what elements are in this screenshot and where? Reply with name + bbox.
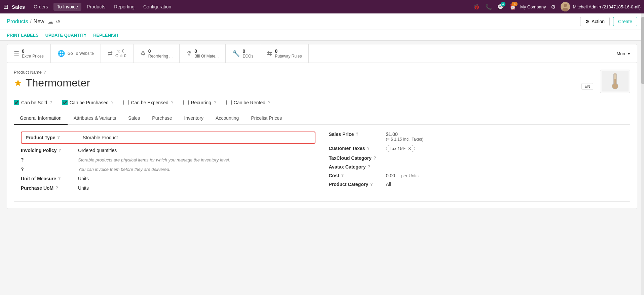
- product-name-help-icon[interactable]: ?: [44, 70, 46, 75]
- scrollbar-track: [641, 13, 644, 216]
- stat-reordering[interactable]: ♻ 0 Reordering ...: [134, 44, 180, 63]
- tab-inventory[interactable]: Inventory: [178, 112, 210, 125]
- breadcrumb: Products / New: [7, 19, 44, 25]
- brand-label[interactable]: Sales: [12, 4, 25, 10]
- sales-price-value[interactable]: $1.00: [386, 132, 424, 137]
- phone-icon[interactable]: 📞: [484, 2, 493, 11]
- product-form: Product Name ? ★ Thermometer EN: [7, 63, 637, 209]
- nav-orders[interactable]: Orders: [30, 3, 51, 11]
- tab-pricelist-prices[interactable]: Pricelist Prices: [245, 112, 288, 125]
- stat-extra-prices[interactable]: ☰ 0 Extra Prices: [7, 44, 51, 63]
- can-be-purchased-help-icon[interactable]: ?: [111, 100, 114, 105]
- nav-configuration[interactable]: Configuration: [140, 3, 175, 11]
- product-category-help-icon[interactable]: ?: [370, 182, 373, 187]
- product-name-label: Product Name ?: [14, 70, 600, 75]
- sales-price-label: Sales Price ?: [329, 132, 383, 137]
- stat-putaway[interactable]: ⇆ 0 Putaway Rules: [260, 44, 309, 63]
- recurring-checkbox[interactable]: [183, 100, 189, 105]
- cloud-icon[interactable]: ☁: [48, 19, 53, 25]
- can-be-expensed-checkbox[interactable]: [123, 100, 129, 105]
- breadcrumb-parent[interactable]: Products: [7, 19, 28, 25]
- action-button[interactable]: ⚙ Action: [580, 17, 610, 26]
- stat-extra-prices-text: 0 Extra Prices: [22, 48, 44, 59]
- checkbox-can-be-purchased: Can be Purchased ?: [62, 100, 114, 105]
- nav-products[interactable]: Products: [83, 3, 109, 11]
- note2-help-icon[interactable]: ?: [21, 167, 75, 172]
- product-name[interactable]: Thermometer: [26, 77, 90, 89]
- nav-reporting[interactable]: Reporting: [111, 3, 138, 11]
- taxcloud-help-icon[interactable]: ?: [374, 156, 376, 160]
- tax-badge-label: Tax 15%: [390, 146, 407, 151]
- can-be-sold-label: Can be Sold: [21, 100, 47, 105]
- customer-taxes-help-icon[interactable]: ?: [367, 146, 369, 151]
- stat-go-to-website[interactable]: 🌐 Go To Website: [51, 44, 101, 63]
- reorder-label: Reordering ...: [148, 54, 173, 59]
- avatax-label: Avatax Category ?: [329, 164, 383, 170]
- replenish-link[interactable]: REPLENISH: [93, 33, 118, 38]
- scrollbar-thumb[interactable]: [641, 17, 644, 84]
- can-be-expensed-help-icon[interactable]: ?: [171, 100, 174, 105]
- tax-remove-icon[interactable]: ✕: [408, 146, 411, 151]
- apps-icon[interactable]: ⊞: [3, 3, 8, 10]
- uom-help-icon[interactable]: ?: [58, 176, 61, 181]
- cost-help-icon[interactable]: ?: [341, 173, 344, 178]
- print-labels-link[interactable]: PRINT LABELS: [7, 33, 39, 38]
- can-be-sold-help-icon[interactable]: ?: [50, 100, 52, 105]
- language-badge[interactable]: EN: [581, 83, 593, 90]
- can-be-purchased-checkbox[interactable]: [62, 100, 68, 105]
- settings-icon[interactable]: ⚙: [548, 2, 558, 11]
- tabs: General Information Attributes & Variant…: [14, 112, 630, 125]
- can-be-rented-help-icon[interactable]: ?: [268, 100, 270, 105]
- nav-right: 🐞 📞 💬 4 ⏰ 35 My Company ⚙ Mitchell Admin…: [472, 2, 641, 11]
- stat-putaway-text: 0 Putaway Rules: [275, 48, 302, 59]
- avatax-help-icon[interactable]: ?: [368, 164, 370, 169]
- go-to-website-label: Go To Website: [68, 51, 94, 56]
- star-icon[interactable]: ★: [14, 77, 22, 88]
- globe-icon: 🌐: [58, 50, 65, 57]
- can-be-rented-label: Can be Rented: [234, 100, 265, 105]
- tab-purchase[interactable]: Purchase: [146, 112, 178, 125]
- breadcrumb-current: New: [34, 19, 44, 25]
- tab-sales[interactable]: Sales: [122, 112, 146, 125]
- product-type-value[interactable]: Storable Product: [83, 135, 118, 140]
- can-be-purchased-label: Can be Purchased: [70, 100, 109, 105]
- stat-in-out[interactable]: ⇄ In: 0 Out: 0: [101, 44, 134, 63]
- uom-value[interactable]: Units: [78, 176, 89, 181]
- create-button[interactable]: Create: [613, 17, 637, 26]
- company-name[interactable]: My Company: [520, 4, 546, 9]
- update-quantity-link[interactable]: UPDATE QUANTITY: [45, 33, 87, 38]
- invoicing-policy-value[interactable]: Ordered quantities: [78, 148, 117, 153]
- can-be-sold-checkbox[interactable]: [14, 100, 19, 105]
- invoicing-policy-help-icon[interactable]: ?: [59, 148, 61, 153]
- recurring-help-icon[interactable]: ?: [214, 100, 216, 105]
- refresh-icon[interactable]: ↺: [56, 19, 60, 25]
- uom-row: Unit of Measure ? Units: [21, 176, 315, 181]
- sales-price-help-icon[interactable]: ?: [356, 132, 358, 137]
- chat-icon[interactable]: 💬 4: [496, 2, 505, 11]
- tab-general-information[interactable]: General Information: [14, 112, 68, 125]
- sales-price-group: $1.00 (= $ 1.15 Incl. Taxes): [386, 132, 424, 142]
- bug-icon[interactable]: 🐞: [472, 2, 481, 11]
- user-avatar[interactable]: [561, 2, 570, 11]
- tab-accounting[interactable]: Accounting: [210, 112, 245, 125]
- stat-inout-text: In: 0 Out: 0: [115, 49, 126, 58]
- nav-to-invoice[interactable]: To Invoice: [53, 3, 81, 11]
- stat-ecos[interactable]: 🔧 0 ECOs: [226, 44, 260, 63]
- stat-bom[interactable]: ⚗ 0 Bill Of Mate...: [180, 44, 226, 63]
- purchase-uom-value[interactable]: Units: [78, 185, 89, 191]
- stat-more[interactable]: More ▾: [610, 44, 637, 63]
- can-be-rented-checkbox[interactable]: [226, 100, 232, 105]
- taxcloud-row: TaxCloud Category ?: [329, 155, 623, 161]
- tab-attributes-variants[interactable]: Attributes & Variants: [68, 112, 122, 125]
- clock-icon[interactable]: ⏰ 35: [508, 2, 518, 11]
- product-image: [600, 70, 630, 93]
- product-type-help-icon[interactable]: ?: [57, 135, 60, 140]
- breadcrumb-icons: ☁ ↺: [48, 19, 60, 25]
- checkbox-can-be-expensed: Can be Expensed ?: [123, 100, 173, 105]
- product-category-value[interactable]: All: [386, 182, 391, 187]
- note1-help-icon[interactable]: ?: [21, 157, 75, 162]
- cost-value[interactable]: 0.00: [386, 173, 395, 178]
- tab-content-general: Product Type ? Storable Product Invoicin…: [14, 125, 630, 202]
- purchase-uom-help-icon[interactable]: ?: [55, 186, 58, 190]
- checkbox-can-be-sold: Can be Sold ?: [14, 100, 52, 105]
